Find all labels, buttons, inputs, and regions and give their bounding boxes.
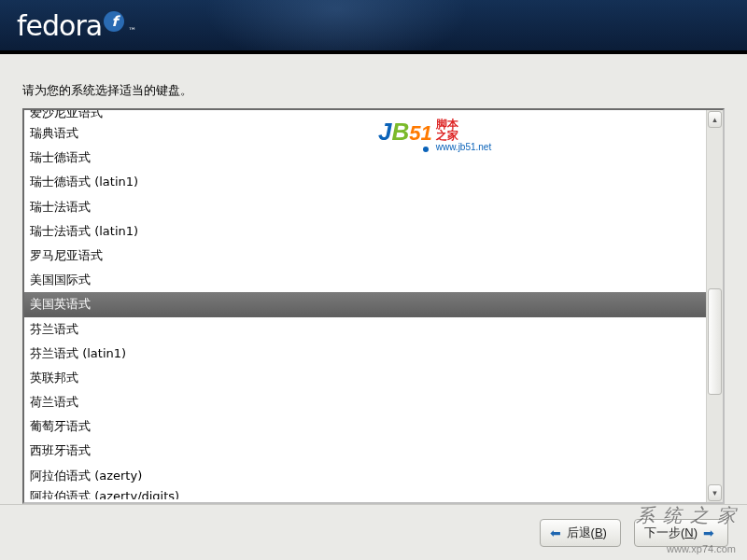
brand-name: fedora: [17, 9, 102, 42]
fedora-mark-icon: f: [104, 11, 124, 32]
scroll-thumb[interactable]: [708, 288, 722, 395]
back-button-label: 后退(B): [567, 525, 607, 541]
scroll-down-button[interactable]: ▾: [708, 484, 722, 501]
list-item[interactable]: 瑞典语式: [24, 121, 706, 146]
arrow-right-icon: ➡: [703, 525, 714, 540]
list-item[interactable]: 葡萄牙语式: [24, 414, 706, 439]
prompt-text: 请为您的系统选择适当的键盘。: [22, 82, 725, 99]
fedora-logo: fedora f ™: [17, 9, 135, 42]
back-button[interactable]: ⬅ 后退(B): [540, 519, 621, 547]
list-item[interactable]: 美国国际式: [24, 268, 706, 292]
list-item[interactable]: 荷兰语式: [24, 390, 706, 414]
chevron-down-icon: ▾: [712, 488, 717, 497]
keyboard-list-viewport: 爱沙尼亚语式瑞典语式瑞士德语式瑞士德语式 (latin1)瑞士法语式瑞士法语式 …: [24, 110, 706, 502]
list-item[interactable]: 瑞士德语式 (latin1): [24, 170, 706, 194]
main-content: 请为您的系统选择适当的键盘。 爱沙尼亚语式瑞典语式瑞士德语式瑞士德语式 (lat…: [0, 54, 747, 504]
brand-tm: ™: [128, 26, 135, 35]
scroll-track[interactable]: [707, 129, 723, 483]
scrollbar[interactable]: ▴ ▾: [706, 110, 723, 502]
arrow-left-icon: ⬅: [550, 525, 561, 540]
list-item[interactable]: 瑞士法语式: [24, 195, 706, 219]
list-item[interactable]: 罗马尼亚语式: [24, 244, 706, 268]
list-item[interactable]: 英联邦式: [24, 366, 706, 390]
installer-header: fedora f ™: [0, 0, 747, 54]
next-button[interactable]: 下一步(N) ➡: [634, 519, 728, 547]
list-item[interactable]: 阿拉伯语式 (azerty/digits): [24, 488, 706, 499]
list-item[interactable]: 瑞士德语式: [24, 146, 706, 170]
keyboard-listbox[interactable]: 爱沙尼亚语式瑞典语式瑞士德语式瑞士德语式 (latin1)瑞士法语式瑞士法语式 …: [22, 108, 725, 504]
list-item[interactable]: 芬兰语式: [24, 317, 706, 342]
scroll-up-button[interactable]: ▴: [708, 111, 722, 128]
footer-bar: ⬅ 后退(B) 下一步(N) ➡ 系 统 之 家 www.xp74.com: [0, 504, 747, 560]
list-item[interactable]: 阿拉伯语式 (azerty): [24, 464, 706, 488]
list-item[interactable]: 西班牙语式: [24, 439, 706, 463]
list-item[interactable]: 美国英语式: [24, 292, 706, 316]
chevron-up-icon: ▴: [712, 115, 717, 124]
next-button-label: 下一步(N): [644, 525, 698, 541]
list-item[interactable]: 芬兰语式 (latin1): [24, 342, 706, 366]
list-item[interactable]: 爱沙尼亚语式: [24, 110, 706, 121]
list-item[interactable]: 瑞士法语式 (latin1): [24, 219, 706, 244]
